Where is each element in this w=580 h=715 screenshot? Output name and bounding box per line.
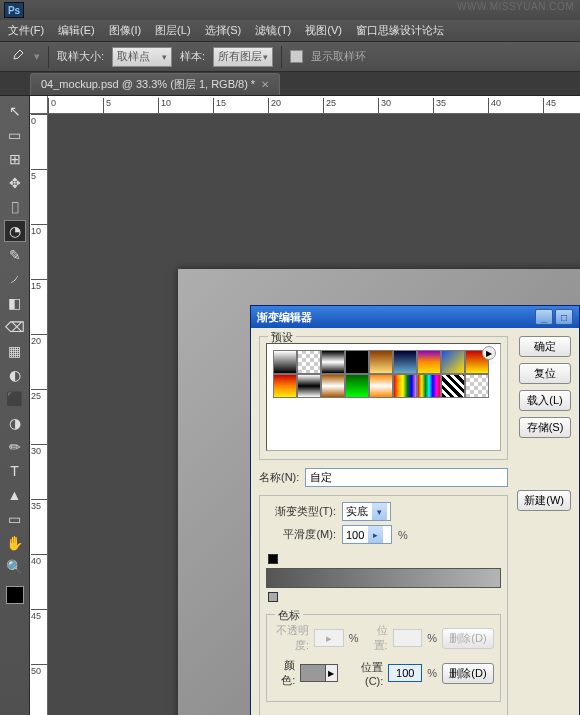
ok-button[interactable]: 确定 [519,336,571,357]
menu-window[interactable]: 窗口思缘设计论坛 [356,23,444,38]
tool-button[interactable]: ▲ [4,484,26,506]
ruler-vertical[interactable]: 0510152025303540455055 [30,114,48,715]
sample-select[interactable]: 所有图层▾ [213,47,273,67]
menu-bar: 文件(F) 编辑(E) 图像(I) 图层(L) 选择(S) 滤镜(T) 视图(V… [0,20,580,42]
gradient-preset[interactable] [369,374,393,398]
app-titlebar: Ps WWW.MISSYUAN.COM [0,0,580,20]
minimize-icon[interactable]: _ [535,309,553,325]
menu-filter[interactable]: 滤镜(T) [255,23,291,38]
menu-layer[interactable]: 图层(L) [155,23,190,38]
gradient-preset[interactable] [369,350,393,374]
gradient-editor-dialog: 渐变编辑器 _ □ 预设 ▶ 名称(N): 自定 渐变类型(T): 实底▾ [250,305,580,715]
maximize-icon[interactable]: □ [555,309,573,325]
gradient-bar[interactable] [266,568,501,588]
menu-view[interactable]: 视图(V) [305,23,342,38]
menu-select[interactable]: 选择(S) [205,23,242,38]
preset-list[interactable]: ▶ [266,343,501,451]
save-button[interactable]: 存储(S) [519,417,571,438]
preset-menu-icon[interactable]: ▶ [482,346,496,360]
tool-button[interactable]: ◧ [4,292,26,314]
dialog-title: 渐变编辑器 [257,310,312,325]
document-tabs: 04_mockup.psd @ 33.3% (图层 1, RGB/8) * ✕ [0,72,580,96]
type-label: 渐变类型(T): [266,504,336,519]
gradient-preset[interactable] [273,374,297,398]
type-select[interactable]: 实底▾ [342,502,391,521]
tool-button[interactable]: ⟋ [4,268,26,290]
gradient-preset[interactable] [393,374,417,398]
eyedropper-icon [8,48,26,66]
name-input[interactable]: 自定 [305,468,508,487]
position-label: 位置: [368,623,387,653]
watermark: WWW.MISSYUAN.COM [457,1,574,12]
gradient-preset[interactable] [417,350,441,374]
tool-button[interactable]: ↖ [4,100,26,122]
menu-image[interactable]: 图像(I) [109,23,141,38]
tool-button[interactable]: ⬛ [4,388,26,410]
menu-file[interactable]: 文件(F) [8,23,44,38]
tool-button[interactable]: 🔍 [4,556,26,578]
toolbox: ↖▭⊞✥⌷◔✎⟋◧⌫▦◐⬛◑✏T▲▭✋🔍 [0,96,30,715]
sample-size-select[interactable]: 取样点▾ [112,47,172,67]
gradient-preset[interactable] [393,350,417,374]
reset-button[interactable]: 复位 [519,363,571,384]
tool-button[interactable]: ⌫ [4,316,26,338]
tool-button[interactable]: ▦ [4,340,26,362]
tool-button[interactable]: ✥ [4,172,26,194]
opacity-input: ▸ [314,629,344,647]
ruler-horizontal[interactable]: 051015202530354045 [48,96,580,114]
stops-group: 色标 不透明度: ▸ % 位置: % 删除(D) 颜色: ▶ [266,614,501,702]
gradient-preset[interactable] [417,374,441,398]
document-tab[interactable]: 04_mockup.psd @ 33.3% (图层 1, RGB/8) * ✕ [30,73,280,95]
gradient-preset[interactable] [321,374,345,398]
gradient-preset[interactable] [273,350,297,374]
tab-title: 04_mockup.psd @ 33.3% (图层 1, RGB/8) * [41,77,255,92]
tool-button[interactable]: ▭ [4,124,26,146]
tool-button[interactable]: ◐ [4,364,26,386]
position2-input[interactable]: 100 [388,664,422,682]
sample-size-label: 取样大小: [57,49,104,64]
gradient-preset[interactable] [321,350,345,374]
delete-opacity-button[interactable]: 删除(D) [442,628,494,649]
close-icon[interactable]: ✕ [261,79,269,90]
tool-button[interactable]: T [4,460,26,482]
smooth-unit: % [398,529,408,541]
tool-button[interactable]: ✎ [4,244,26,266]
tool-button[interactable]: ▭ [4,508,26,530]
foreground-swatch[interactable] [6,586,24,604]
load-button[interactable]: 载入(L) [519,390,571,411]
tool-button[interactable]: ⊞ [4,148,26,170]
ring-checkbox[interactable] [290,50,303,63]
gradient-preset[interactable] [441,350,465,374]
sample-label: 样本: [180,49,205,64]
tool-button[interactable]: ✏ [4,436,26,458]
ring-checkbox-label: 显示取样环 [311,49,366,64]
new-button[interactable]: 新建(W) [517,490,571,511]
gradient-preset[interactable] [441,374,465,398]
tool-button[interactable]: ◔ [4,220,26,242]
color-stop[interactable] [268,592,278,602]
position-input [393,629,423,647]
ruler-origin[interactable] [30,96,48,114]
tool-button[interactable]: ⌷ [4,196,26,218]
gradient-preset[interactable] [345,374,369,398]
smooth-input[interactable]: 100▸ [342,525,392,544]
tool-button[interactable]: ◑ [4,412,26,434]
ps-logo: Ps [4,2,24,18]
opacity-label: 不透明度: [273,623,309,653]
options-bar: ▾ 取样大小: 取样点▾ 样本: 所有图层▾ 显示取样环 [0,42,580,72]
delete-color-button[interactable]: 删除(D) [442,663,494,684]
gradient-type-group: 渐变类型(T): 实底▾ 平滑度(M): 100▸ % 色标 不透明度: ▸ [259,495,508,715]
dialog-titlebar[interactable]: 渐变编辑器 _ □ [251,306,579,328]
gradient-preset[interactable] [297,374,321,398]
gradient-preset[interactable] [465,374,489,398]
smooth-label: 平滑度(M): [266,527,336,542]
opacity-stop[interactable] [268,554,278,564]
menu-edit[interactable]: 编辑(E) [58,23,95,38]
gradient-preset[interactable] [297,350,321,374]
gradient-preset[interactable] [345,350,369,374]
color-picker[interactable]: ▶ [300,664,337,682]
name-label: 名称(N): [259,470,299,485]
tool-button[interactable]: ✋ [4,532,26,554]
presets-group: 预设 ▶ [259,336,508,460]
stops-label: 色标 [275,608,303,623]
